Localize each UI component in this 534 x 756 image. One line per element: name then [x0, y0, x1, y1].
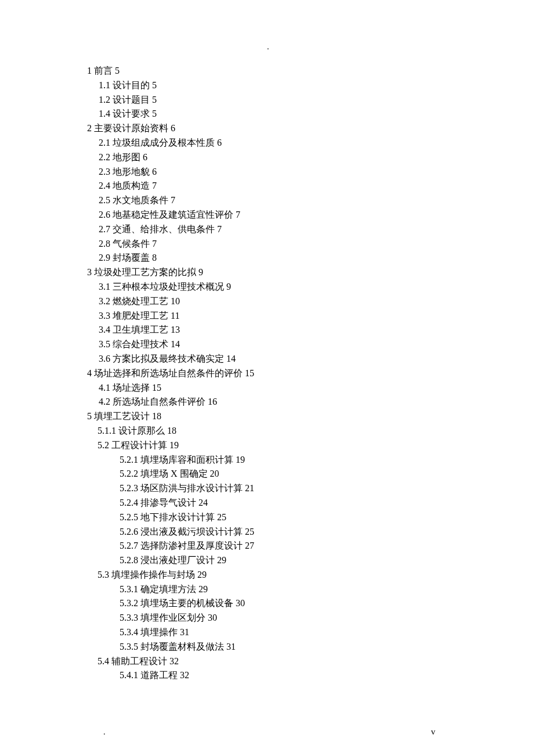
toc-entry: 3.6 方案比拟及最终技术确实定 14 — [87, 352, 447, 366]
toc-entry: 1.4 设计要求 5 — [87, 107, 447, 121]
toc-entry: 5.3.1 确定填埋方法 29 — [87, 582, 447, 597]
toc-entry: 2.9 封场覆盖 8 — [87, 251, 447, 265]
toc-entry: 3.3 堆肥处理工艺 11 — [87, 309, 447, 323]
toc-entry: 5.3.2 填埋场主要的机械设备 30 — [87, 596, 447, 611]
toc-entry: 3.5 综合处理技术 14 — [87, 337, 447, 352]
toc-entry: 5.3.3 填埋作业区划分 30 — [87, 611, 447, 625]
toc-entry: 4.2 所选场址自然条件评价 16 — [87, 395, 447, 409]
toc-entry: 5.3 填埋操作操作与封场 29 — [87, 568, 447, 582]
toc-entry: 5.4.1 道路工程 32 — [87, 668, 447, 683]
toc-entry: 3.4 卫生填埋工艺 13 — [87, 323, 447, 337]
toc-entry: 3.1 三种根本垃圾处理技术概况 9 — [87, 280, 447, 294]
toc-entry: 5.2 工程设计计算 19 — [87, 438, 447, 453]
toc-entry: 3.2 燃烧处理工艺 10 — [87, 294, 447, 309]
toc-entry: 5.2.4 排渗导气设计 24 — [87, 496, 447, 510]
toc-entry: 5.2.2 填埋场 X 围确定 20 — [87, 467, 447, 481]
toc-entry: 5.2.5 地下排水设计计算 25 — [87, 510, 447, 525]
toc-entry: 2 主要设计原始资料 6 — [87, 121, 447, 136]
toc-entry: 1.2 设计题目 5 — [87, 93, 447, 107]
toc-entry: 1.1 设计目的 5 — [87, 78, 447, 93]
toc-entry: 5.4 辅助工程设计 32 — [87, 654, 447, 669]
toc-entry: 2.5 水文地质条件 7 — [87, 193, 447, 208]
toc-entry: 4.1 场址选择 15 — [87, 381, 447, 395]
toc-entry: 2.1 垃圾组成成分及根本性质 6 — [87, 136, 447, 150]
toc-entry: 2.8 气候条件 7 — [87, 237, 447, 251]
toc-entry: 5 填埋工艺设计 18 — [87, 409, 447, 424]
toc-entry: 2.7 交通、给排水、供电条件 7 — [87, 222, 447, 237]
toc-entry: 2.4 地质构造 7 — [87, 179, 447, 193]
toc-entry: 5.2.1 填埋场库容和面积计算 19 — [87, 453, 447, 467]
header-dot: . — [267, 41, 269, 53]
toc-entry: 5.1.1 设计原那么 18 — [87, 424, 447, 438]
toc-entry: 4 场址选择和所选场址自然条件的评价 15 — [87, 366, 447, 381]
footer-dot: . — [103, 726, 106, 739]
toc-entry: 2.3 地形地貌 6 — [87, 165, 447, 179]
page-marker: v — [431, 725, 436, 739]
toc-entry: 5.2.8 浸出液处理厂设计 29 — [87, 553, 447, 568]
toc-entry: 2.2 地形图 6 — [87, 150, 447, 165]
toc-entry: 2.6 地基稳定性及建筑适宜性评价 7 — [87, 208, 447, 222]
toc-entry: 5.2.3 场区防洪与排水设计计算 21 — [87, 481, 447, 496]
toc-entry: 5.3.5 封场覆盖材料及做法 31 — [87, 640, 447, 654]
toc-entry: 1 前言 5 — [87, 64, 447, 78]
toc-entry: 3 垃圾处理工艺方案的比拟 9 — [87, 265, 447, 280]
toc-entry: 5.2.7 选择防渗衬里及厚度设计 27 — [87, 539, 447, 553]
toc-entry: 5.2.6 浸出液及截污坝设计计算 25 — [87, 525, 447, 539]
toc-entry: 5.3.4 填埋操作 31 — [87, 625, 447, 640]
toc-container: 1 前言 51.1 设计目的 51.2 设计题目 51.4 设计要求 52 主要… — [0, 0, 447, 683]
